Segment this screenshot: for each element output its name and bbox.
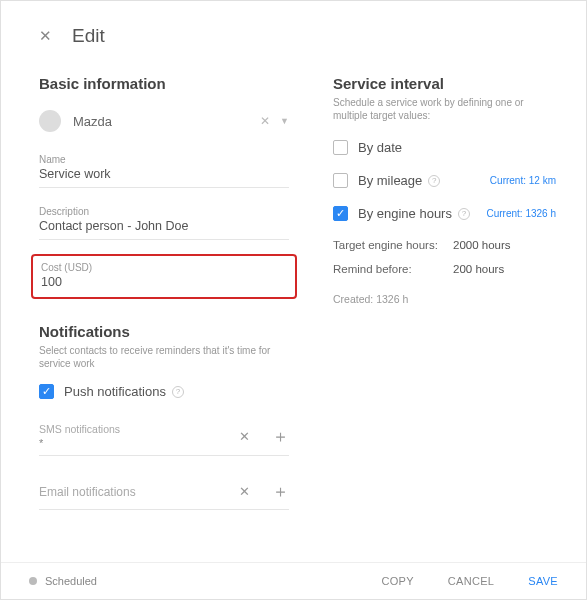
remind-before-label: Remind before: — [333, 263, 453, 275]
add-sms-icon[interactable]: ＋ — [272, 425, 289, 448]
help-icon[interactable]: ? — [458, 208, 470, 220]
interval-heading: Service interval — [333, 75, 556, 92]
vehicle-selector[interactable]: Mazda ✕ ▼ — [39, 110, 289, 132]
by-engine-label: By engine hours — [358, 206, 452, 221]
by-mileage-row: By mileage ? Current: 12 km — [333, 173, 556, 188]
status-label: Scheduled — [45, 575, 97, 587]
name-label: Name — [39, 154, 289, 165]
cancel-button[interactable]: CANCEL — [448, 575, 494, 587]
save-button[interactable]: SAVE — [528, 575, 558, 587]
name-value: Service work — [39, 167, 289, 181]
copy-button[interactable]: COPY — [381, 575, 413, 587]
basic-info-heading: Basic information — [39, 75, 289, 92]
by-engine-row: ✓ By engine hours ? Current: 1326 h — [333, 206, 556, 221]
email-notifications-row: Email notifications ✕ ＋ — [39, 464, 289, 510]
name-field[interactable]: Name Service work — [39, 150, 289, 188]
target-engine-value[interactable]: 2000 hours — [453, 239, 511, 251]
push-label: Push notifications — [64, 384, 166, 399]
footer: Scheduled COPY CANCEL SAVE — [1, 562, 586, 599]
notifications-heading: Notifications — [39, 323, 289, 340]
sms-sub: * — [39, 437, 239, 449]
cost-label: Cost (USD) — [41, 262, 287, 273]
status-dot-icon — [29, 577, 37, 585]
created-label: Created: 1326 h — [333, 293, 556, 305]
description-value: Contact person - John Doe — [39, 219, 289, 233]
close-icon[interactable]: ✕ — [39, 27, 52, 45]
sms-label: SMS notifications — [39, 423, 239, 435]
push-notifications-row: ✓ Push notifications ? — [39, 384, 289, 399]
target-engine-label: Target engine hours: — [333, 239, 453, 251]
notifications-subtitle: Select contacts to receive reminders tha… — [39, 344, 289, 370]
mileage-current-link[interactable]: Current: 12 km — [490, 175, 556, 186]
vehicle-avatar — [39, 110, 61, 132]
by-mileage-label: By mileage — [358, 173, 422, 188]
by-date-row: By date — [333, 140, 556, 155]
interval-subtitle: Schedule a service work by defining one … — [333, 96, 556, 122]
vehicle-name: Mazda — [73, 114, 260, 129]
add-email-icon[interactable]: ＋ — [272, 480, 289, 503]
cost-value: 100 — [41, 275, 287, 289]
chevron-down-icon[interactable]: ▼ — [280, 116, 289, 126]
cost-field[interactable]: Cost (USD) 100 — [31, 254, 297, 299]
description-field[interactable]: Description Contact person - John Doe — [39, 202, 289, 240]
page-title: Edit — [72, 25, 105, 47]
description-label: Description — [39, 206, 289, 217]
by-date-label: By date — [358, 140, 402, 155]
help-icon[interactable]: ? — [428, 175, 440, 187]
help-icon[interactable]: ? — [172, 386, 184, 398]
email-label: Email notifications — [39, 485, 239, 499]
by-date-checkbox[interactable] — [333, 140, 348, 155]
remove-sms-icon[interactable]: ✕ — [239, 429, 250, 444]
target-engine-row: Target engine hours: 2000 hours — [333, 239, 556, 251]
remind-before-value[interactable]: 200 hours — [453, 263, 504, 275]
engine-current-link[interactable]: Current: 1326 h — [487, 208, 557, 219]
by-engine-checkbox[interactable]: ✓ — [333, 206, 348, 221]
clear-vehicle-icon[interactable]: ✕ — [260, 114, 270, 128]
push-checkbox[interactable]: ✓ — [39, 384, 54, 399]
by-mileage-checkbox[interactable] — [333, 173, 348, 188]
remove-email-icon[interactable]: ✕ — [239, 484, 250, 499]
remind-before-row: Remind before: 200 hours — [333, 263, 556, 275]
sms-notifications-row: SMS notifications * ✕ ＋ — [39, 413, 289, 456]
